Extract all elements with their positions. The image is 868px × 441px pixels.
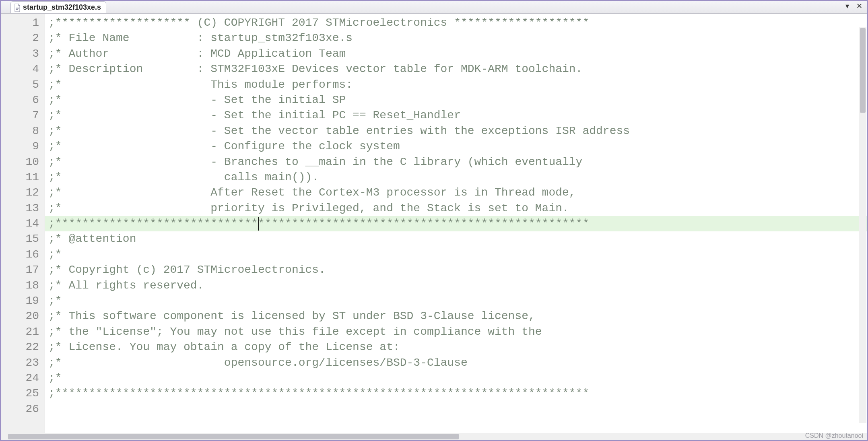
- file-tab[interactable]: startup_stm32f103xe.s: [10, 1, 106, 13]
- line-number: 14: [1, 216, 45, 231]
- vertical-scrollbar[interactable]: [859, 27, 866, 423]
- line-number: 19: [1, 293, 45, 309]
- code-line[interactable]: ;* - Set the initial SP: [45, 93, 867, 108]
- code-line[interactable]: ;*: [45, 293, 867, 309]
- line-number: 6: [1, 93, 45, 108]
- code-line[interactable]: ;* Author : MCD Application Team: [45, 46, 867, 62]
- code-line[interactable]: ;******************** (C) COPYRIGHT 2017…: [45, 15, 867, 31]
- tab-filename: startup_stm32f103xe.s: [23, 3, 101, 12]
- text-cursor: [258, 217, 259, 231]
- horizontal-scrollbar[interactable]: [1, 433, 867, 440]
- code-line[interactable]: ;***************************************…: [45, 216, 867, 231]
- code-line[interactable]: ;* the "License"; You may not use this f…: [45, 324, 867, 340]
- line-number: 22: [1, 340, 45, 355]
- code-line[interactable]: ;*: [45, 371, 867, 386]
- code-line[interactable]: ;* This module performs:: [45, 77, 867, 93]
- svg-rect-1: [16, 8, 19, 8]
- svg-rect-0: [16, 7, 19, 7]
- code-line[interactable]: ;* @attention: [45, 231, 867, 247]
- line-number: 21: [1, 324, 45, 340]
- line-number: 17: [1, 262, 45, 278]
- line-number: 13: [1, 201, 45, 216]
- minimize-icon[interactable]: ▾: [844, 2, 851, 10]
- line-number-gutter: 1234567891011121314151617181920212223242…: [1, 14, 45, 433]
- line-number: 20: [1, 309, 45, 324]
- line-number: 16: [1, 247, 45, 262]
- code-line[interactable]: ;* - Set the initial PC == Reset_Handler: [45, 108, 867, 123]
- editor-body: 1234567891011121314151617181920212223242…: [1, 14, 867, 433]
- code-line[interactable]: ;*: [45, 247, 867, 262]
- line-number: 25: [1, 386, 45, 401]
- code-line[interactable]: ;* calls main()).: [45, 170, 867, 185]
- line-number: 18: [1, 278, 45, 293]
- code-line[interactable]: ;* This software component is licensed b…: [45, 309, 867, 324]
- svg-rect-2: [16, 9, 18, 10]
- code-line[interactable]: ;* Copyright (c) 2017 STMicroelectronics…: [45, 262, 867, 278]
- line-number: 24: [1, 371, 45, 386]
- code-line[interactable]: ;* priority is Privileged, and the Stack…: [45, 201, 867, 216]
- tab-bar: startup_stm32f103xe.s ▾ ✕: [1, 1, 867, 14]
- line-number: 12: [1, 185, 45, 200]
- code-line[interactable]: ;* - Configure the clock system: [45, 139, 867, 154]
- line-number: 8: [1, 124, 45, 139]
- line-number: 7: [1, 108, 45, 123]
- watermark: CSDN @zhoutanooi: [805, 432, 863, 439]
- code-line[interactable]: ;***************************************…: [45, 386, 867, 401]
- close-icon[interactable]: ✕: [855, 2, 864, 10]
- line-number: 4: [1, 62, 45, 77]
- line-number: 3: [1, 46, 45, 62]
- line-number: 5: [1, 77, 45, 93]
- line-number: 1: [1, 15, 45, 31]
- code-area[interactable]: ;******************** (C) COPYRIGHT 2017…: [45, 14, 867, 433]
- line-number: 2: [1, 31, 45, 46]
- code-line[interactable]: ;* File Name : startup_stm32f103xe.s: [45, 31, 867, 46]
- code-line[interactable]: ;* Description : STM32F103xE Devices vec…: [45, 62, 867, 77]
- line-number: 11: [1, 170, 45, 185]
- horizontal-scrollbar-thumb[interactable]: [8, 434, 459, 439]
- vertical-scrollbar-thumb[interactable]: [860, 28, 866, 113]
- code-line[interactable]: [45, 402, 867, 417]
- line-number: 10: [1, 155, 45, 170]
- editor-window: startup_stm32f103xe.s ▾ ✕ 12345678910111…: [0, 0, 868, 441]
- line-number: 9: [1, 139, 45, 154]
- line-number: 23: [1, 355, 45, 371]
- file-icon: [14, 4, 21, 12]
- code-line[interactable]: ;* All rights reserved.: [45, 278, 867, 293]
- code-line[interactable]: ;* - Set the vector table entries with t…: [45, 124, 867, 139]
- line-number: 15: [1, 231, 45, 247]
- window-controls: ▾ ✕: [844, 2, 864, 10]
- code-line[interactable]: ;* - Branches to __main in the C library…: [45, 155, 867, 170]
- line-number: 26: [1, 402, 45, 417]
- code-line[interactable]: ;* After Reset the Cortex-M3 processor i…: [45, 185, 867, 200]
- code-line[interactable]: ;* opensource.org/licenses/BSD-3-Clause: [45, 355, 867, 371]
- code-line[interactable]: ;* License. You may obtain a copy of the…: [45, 340, 867, 355]
